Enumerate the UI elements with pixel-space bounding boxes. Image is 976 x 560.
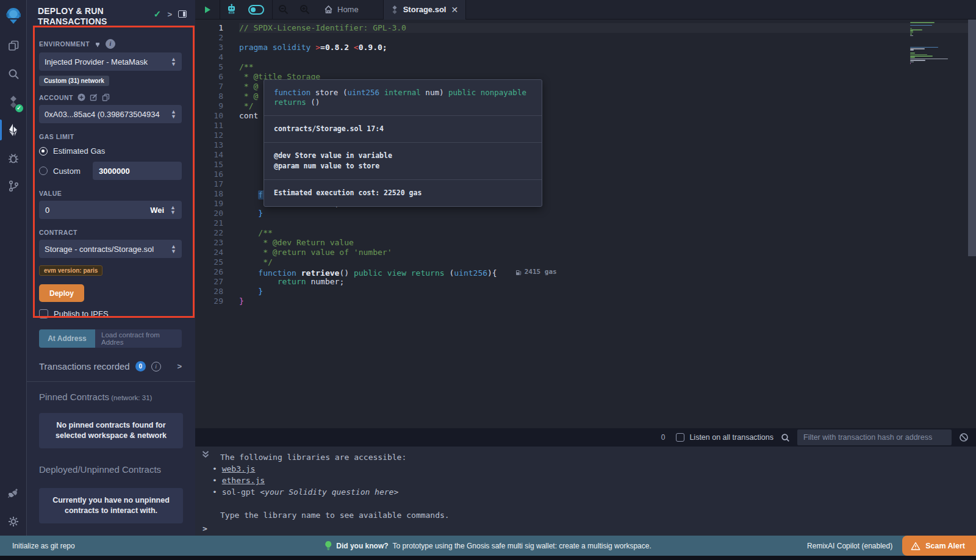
terminal-output: The following libraries are accessible:w… <box>195 447 976 521</box>
plug-icon <box>94 40 101 48</box>
contract-label: CONTRACT <box>39 229 77 236</box>
tooltip-signature: function store (uint256 internal num) pu… <box>264 80 542 116</box>
network-badge: Custom (31) network <box>39 76 109 86</box>
terminal-header: 0 Listen on all transactions Filter with… <box>195 428 976 447</box>
lightbulb-icon <box>325 541 332 550</box>
transactions-recorded-label: Transactions recorded <box>39 361 130 372</box>
deploy-and-run-icon[interactable] <box>0 116 27 144</box>
listen-all-transactions-checkbox[interactable] <box>676 433 684 442</box>
line-numbers: 1234567891011121314151617181920212223242… <box>195 20 239 428</box>
terminal-search-icon <box>781 433 790 442</box>
hover-tooltip: function store (uint256 internal num) pu… <box>264 79 542 207</box>
transaction-filter-input[interactable]: Filter with transaction hash or address <box>797 429 952 445</box>
ai-copilot-toggle[interactable] <box>243 0 270 20</box>
zoom-out-icon[interactable] <box>273 0 294 20</box>
tooltip-doc-dev: @dev Store value in variable <box>274 151 532 161</box>
custom-gas-input[interactable]: 3000000 <box>93 162 182 180</box>
remix-logo-icon[interactable] <box>0 0 27 32</box>
value-unit-select[interactable]: Wei ▲▼ <box>137 201 182 219</box>
status-bar: Initialize as git repo Did you know? To … <box>0 536 976 556</box>
pinned-contracts-heading: Pinned Contracts (network: 31) <box>27 382 195 402</box>
value-label: VALUE <box>39 190 62 197</box>
publish-ipfs-label: Publish to IPFS <box>54 309 109 318</box>
terminal[interactable]: The following libraries are accessible:w… <box>195 447 976 536</box>
at-address-input[interactable]: Load contract from Addres <box>95 329 182 348</box>
file-explorer-icon[interactable] <box>0 32 27 60</box>
environment-info-icon[interactable]: i <box>106 39 115 49</box>
estimated-gas-label: Estimated Gas <box>53 146 105 156</box>
panel-title: DEPLOY & RUN TRANSACTIONS <box>38 6 154 27</box>
listen-all-transactions-label: Listen on all transactions <box>689 433 773 442</box>
git-init-status[interactable]: Initialize as git repo <box>0 542 75 550</box>
home-icon <box>324 5 333 14</box>
panel-collapse-icon[interactable]: > <box>167 10 172 19</box>
terminal-link[interactable]: ethers.js <box>222 476 265 485</box>
main-area: Home Storage.sol ✕ 123456789101112131415… <box>195 0 976 536</box>
tooltip-gas-estimate: Estimated execution cost: 22520 gas <box>274 188 532 198</box>
copy-address-icon[interactable] <box>102 93 110 101</box>
home-tab[interactable]: Home <box>315 5 367 14</box>
terminal-tx-count: 0 <box>661 433 666 442</box>
value-input[interactable]: 0 <box>39 201 137 219</box>
scam-alert-button[interactable]: Scam Alert <box>902 536 976 556</box>
select-caret-icon: ▲▼ <box>170 205 176 215</box>
remix-ai-assistant-icon[interactable] <box>220 0 243 20</box>
panel-pin-icon[interactable] <box>178 10 187 18</box>
warning-icon <box>911 542 920 550</box>
custom-gas-radio[interactable] <box>39 167 48 175</box>
debugger-icon[interactable] <box>0 144 27 172</box>
transactions-expand-icon[interactable]: > <box>177 362 182 371</box>
plugin-manager-icon[interactable] <box>0 479 27 508</box>
select-caret-icon: ▲▼ <box>171 244 176 254</box>
tooltip-location: contracts/Storage.sol 17:4 <box>274 124 532 134</box>
settings-gear-icon[interactable] <box>0 508 27 536</box>
compile-success-badge: ✓ <box>15 104 23 112</box>
custom-gas-label: Custom <box>53 167 87 176</box>
add-account-icon[interactable] <box>77 93 85 101</box>
git-icon[interactable] <box>0 172 27 200</box>
tab-storage-sol[interactable]: Storage.sol ✕ <box>383 0 467 20</box>
sign-message-icon[interactable] <box>90 93 98 101</box>
editor-toolbar: Home Storage.sol ✕ <box>195 0 976 20</box>
tooltip-doc-param: @param num value to store <box>274 161 532 171</box>
deployed-contracts-empty: Currently you have no unpinned contracts… <box>39 488 183 523</box>
solidity-file-icon <box>391 5 398 14</box>
close-tab-icon[interactable]: ✕ <box>451 5 458 15</box>
deploy-button[interactable]: Deploy <box>39 284 84 302</box>
select-caret-icon: ▲▼ <box>171 109 176 119</box>
contract-select[interactable]: Storage - contracts/Storage.sol ▲▼ <box>39 240 182 258</box>
gas-limit-label: GAS LIMIT <box>39 133 74 140</box>
run-script-button[interactable] <box>195 0 220 20</box>
zoom-in-icon[interactable] <box>294 0 315 20</box>
environment-select[interactable]: Injected Provider - MetaMask ▲▼ <box>39 52 182 71</box>
terminal-link[interactable]: web3.js <box>222 464 256 473</box>
minimap[interactable] <box>910 22 965 64</box>
collapse-terminal-icon[interactable] <box>201 450 210 459</box>
terminal-prompt[interactable]: > <box>203 524 207 533</box>
editor-scrollbar[interactable] <box>968 20 976 256</box>
transactions-count-badge: 0 <box>135 361 146 372</box>
deployed-contracts-heading: Deployed/Unpinned Contracts <box>27 448 195 475</box>
publish-ipfs-checkbox[interactable] <box>39 309 48 318</box>
clear-console-icon[interactable] <box>959 433 969 442</box>
estimated-gas-radio[interactable] <box>39 147 48 156</box>
search-icon[interactable] <box>0 60 27 88</box>
at-address-button[interactable]: At Address <box>39 329 95 348</box>
evm-version-badge: evm version: paris <box>39 265 102 276</box>
deploy-run-panel: DEPLOY & RUN TRANSACTIONS ✓ > ENVIRONMEN… <box>27 0 195 536</box>
copilot-status[interactable]: RemixAI Copilot (enabled) <box>807 542 892 550</box>
select-caret-icon: ▲▼ <box>171 57 176 66</box>
icon-rail: ✓ <box>0 0 27 536</box>
solidity-compiler-icon[interactable]: ✓ <box>0 88 27 116</box>
pinned-contracts-empty: No pinned contracts found for selected w… <box>39 413 183 448</box>
did-you-know-tip: Did you know? To prototype using the Gno… <box>325 541 651 550</box>
account-label: ACCOUNT <box>39 94 73 101</box>
transactions-info-icon[interactable]: i <box>151 362 161 372</box>
account-select[interactable]: 0xA03...85ac4 (0.398673504934 ▲▼ <box>39 105 182 123</box>
code-editor[interactable]: 1234567891011121314151617181920212223242… <box>195 20 976 428</box>
panel-check-icon: ✓ <box>154 9 162 20</box>
environment-label: ENVIRONMENT <box>39 40 90 48</box>
remix-ide-window: ✓ DEPLOY & RUN TRANSACTIONS ✓ > <box>0 0 976 560</box>
